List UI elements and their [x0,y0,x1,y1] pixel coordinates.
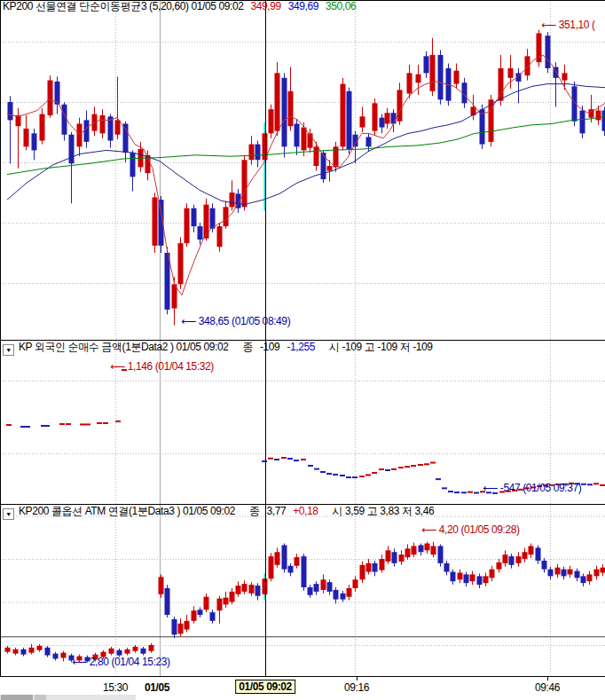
ma5-value: 349,99 [250,0,280,12]
ohl-values: 시 3,59 고 3,83 저 3,46 [332,505,434,517]
axis-tick [547,677,548,680]
panel-header-foreign: ▼ KP 외국인 순매수 금액(1분Data2 ) 01/05 09:02 종 … [3,342,433,356]
current-time-box: 01/05 09:02 [235,680,295,694]
ma20-value: 349,69 [288,0,318,12]
left-arrow-icon: ⟵ [72,656,87,668]
axis-label: 09:46 [535,681,560,694]
left-arrow-icon: ⟵ [181,315,196,327]
panel-title-foreign: KP 외국인 순매수 금액(1분Data2 ) 01/05 09:02 [19,341,229,353]
annotation-text: 348,65 (01/05 08:49) [199,315,290,327]
close-label: 종 [249,505,260,517]
chart-window: KP200 선물연결 단순이동평균3 (5,20,60) 01/05 09:02… [0,0,605,700]
extreme-value-annotation: ⟵4,20 (01/05 09:28) [421,524,520,536]
annotation-text: 1,146 (01/04 15:32) [128,360,214,373]
annotation-text: 4,20 (01/05 09:28) [439,523,520,536]
collapse-panel-icon[interactable]: ▼ [3,344,14,356]
scrollbar-thumb[interactable] [1,695,33,700]
left-arrow-icon: ⟵ [421,523,436,536]
horizontal-scrollbar[interactable] [0,695,136,700]
annotation-text: -547 (01/05 09:37) [500,482,582,494]
annotation-text: 351,10 ( [559,19,595,31]
extreme-value-annotation: ⟵348,65 (01/05 08:49) [181,316,290,327]
scrollbar-thumb-secondary[interactable] [35,695,46,700]
panel-header-futures: KP200 선물연결 단순이동평균3 (5,20,60) 01/05 09:02… [3,1,356,12]
close-value: -109 [260,341,279,353]
collapse-panel-icon[interactable]: ▼ [3,508,14,520]
annotation-text: 2,80 (01/04 15:23) [90,656,170,668]
change-value: +0,18 [293,505,318,517]
extreme-value-annotation: ⟵351,10 ( [541,20,595,31]
left-arrow-icon: ⟵ [541,19,556,31]
panel-title-futures: KP200 선물연결 단순이동평균3 (5,20,60) 01/05 09:02 [3,0,243,12]
change-value: -1,255 [287,341,315,353]
extreme-value-annotation: ⟵-547 (01/05 09:37) [483,483,581,494]
time-axis: 15:3001/0501/05 09:0209:1609:46 [0,676,605,696]
close-label: 종 [242,341,253,353]
axis-tick [357,677,358,680]
left-arrow-icon: ⟵ [483,482,498,494]
panel-header-option: ▼ KP200 콜옵션 ATM 연결(1분Data3 ) 01/05 09:02… [3,506,434,520]
axis-label: 09:16 [344,681,369,694]
axis-label: 15:30 [103,681,128,694]
chart-canvas [0,0,605,676]
extreme-value-annotation: ⟵1,146 (01/04 15:32) [110,361,214,373]
extreme-value-annotation: ⟵2,80 (01/04 15:23) [72,657,170,668]
ohl-values: 시 -109 고 -109 저 -109 [329,341,433,353]
ma60-value: 350,06 [326,0,356,12]
close-value: 3,77 [266,505,286,517]
left-arrow-icon: ⟵ [110,360,125,373]
panel-title-option: KP200 콜옵션 ATM 연결(1분Data3 ) 01/05 09:02 [19,505,235,517]
axis-label: 01/05 [145,681,169,694]
